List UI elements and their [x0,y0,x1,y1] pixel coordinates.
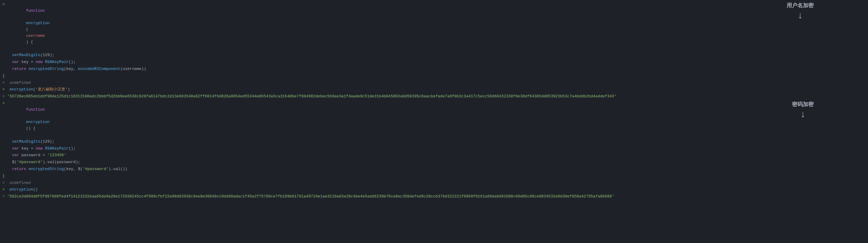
space-2 [26,114,28,118]
jquery-val-return: ').val()) [106,166,127,173]
space-rsa-2 [42,146,45,152]
line-close-1: } [0,73,868,80]
paren-fn2: () { [26,126,35,130]
kw-return-2: return [12,166,26,173]
rsakey-parens-2: (); [68,146,75,152]
fn-encryptedstring-1: encryptedString [29,66,64,72]
rsakey-parens-1: (); [68,59,75,65]
fn-encodeuricomponent: encodeURIComponent [78,66,120,72]
line-var-key-2: var key = new RSAKeyPair (); [0,145,868,152]
block-1: 用户名加密 ↓ > function encryption ( username… [0,1,868,100]
line-call-2: > encryption () [0,186,868,193]
kw-return-1: return [12,66,26,72]
undefined-text-1: undefined [7,80,31,86]
line-setmaxdigits-1: setMaxDigits (129); [0,52,868,59]
line-jquery-set: $(' #password ').val(password); [0,159,868,166]
line-var-password: var password = '123456' [0,152,868,159]
var-key-1: key = [19,59,36,65]
fn-encryption-call-2: encryption [10,187,33,193]
kw-function-1: function [26,8,44,13]
fn-rsakey-1: RSAKeyPair [45,59,68,65]
prompt-result-value-2: < [2,193,5,200]
close-brace-1: } [2,73,5,79]
call-paren-2: () [33,187,38,193]
kw-var-password: var [12,152,19,159]
string-password-selector-2: #password [85,166,106,173]
kw-new-1: new [36,59,42,65]
line-close-2: } [0,173,868,180]
string-password-selector-1: #password [19,159,40,165]
dollar-1: $(' [12,159,19,165]
line-var-key-1: var key = new RSAKeyPair (); [0,59,868,66]
paren-2: ) { [26,40,33,44]
space-return-1 [26,66,29,72]
fn-rsakey-2: RSAKeyPair [45,146,68,152]
kw-new-2: new [36,146,42,152]
prompt-result-2: < [2,180,5,186]
prompt-arrow-1: > [2,1,5,8]
line-undefined-2: < undefined [0,180,868,187]
code-fn2: function encryption () { [7,100,50,138]
block-2: 密码加密 ↓ > function encryption () { setMax… [0,100,868,200]
fn-setmaxdigits-2: setMaxDigits [12,139,40,145]
setmaxdigits-args-2: (129); [40,139,55,145]
close-brace-2: } [2,173,5,179]
call-string-1: '老八秘制小汉堡' [35,87,67,93]
space-1 [26,15,28,19]
prompt-arrow-2: > [2,100,5,107]
string-password-value: '123456' [48,152,66,159]
var-password-eq: password = [19,152,48,159]
prompt-result-value-1: < [2,93,5,100]
fn-setmaxdigits-1: setMaxDigits [12,52,40,59]
line-fn1-def: > function encryption ( username ) { [0,1,868,52]
return-args-1: (key, [64,66,78,72]
encodeuricomponent-arg: (username)) [120,66,146,72]
space-return-2 [26,166,29,173]
line-setmaxdigits-2: setMaxDigits (129); [0,139,868,145]
kw-var-2: var [12,146,19,152]
line-fn2-def: > function encryption () { [0,100,868,139]
setmaxdigits-args-1: (129); [40,52,55,59]
line-result-1: < '56726ec885eb1ddf98da125d1c18313100adc… [0,93,868,100]
fn-encryption-1: encryption [26,21,50,25]
undefined-text-2: undefined [7,180,31,186]
code-fn1: function encryption ( username ) { [7,1,50,52]
kw-function-2: function [26,107,44,112]
line-return-1: return encryptedString (key, encodeURICo… [0,66,868,73]
prompt-arrow-call-1: > [2,87,5,93]
line-return-2: return encryptedString (key, $(' #passwo… [0,166,868,173]
return-args-2: (key, $(' [64,166,85,173]
call-paren-open-1: ( [33,87,36,93]
param-username: username [26,33,44,38]
prompt-arrow-call-2: > [2,187,5,193]
space-call-1 [7,87,10,93]
space-rsa-1 [42,59,45,65]
fn-encryption-2: encryption [26,120,50,124]
result-string-1: '56726ec885eb1ddf98da125d1c18313100adc2b… [7,93,617,100]
kw-var-1: var [12,59,19,65]
fn-encryptedstring-2: encryptedString [29,166,64,173]
jquery-val-set: ').val(password); [40,159,81,165]
line-call-1: > encryption ( '老八秘制小汉堡' ) [0,86,868,93]
var-key-2: key = [19,146,36,152]
line-result-2: < '562ce3d604d0f5f887608fed4f14121532eaa… [0,193,868,200]
fn-encryption-call-1: encryption [10,87,33,93]
paren-1: ( [26,27,28,32]
console-container: 用户名加密 ↓ > function encryption ( username… [0,0,868,202]
result-string-2: '562ce3d604d0f5f887608fed4f14121532eaa65… [7,193,614,200]
line-undefined-1: < undefined [0,80,868,87]
space-call-2 [7,187,10,193]
call-paren-close-1: ) [67,87,70,93]
prompt-result-1: < [2,80,5,86]
